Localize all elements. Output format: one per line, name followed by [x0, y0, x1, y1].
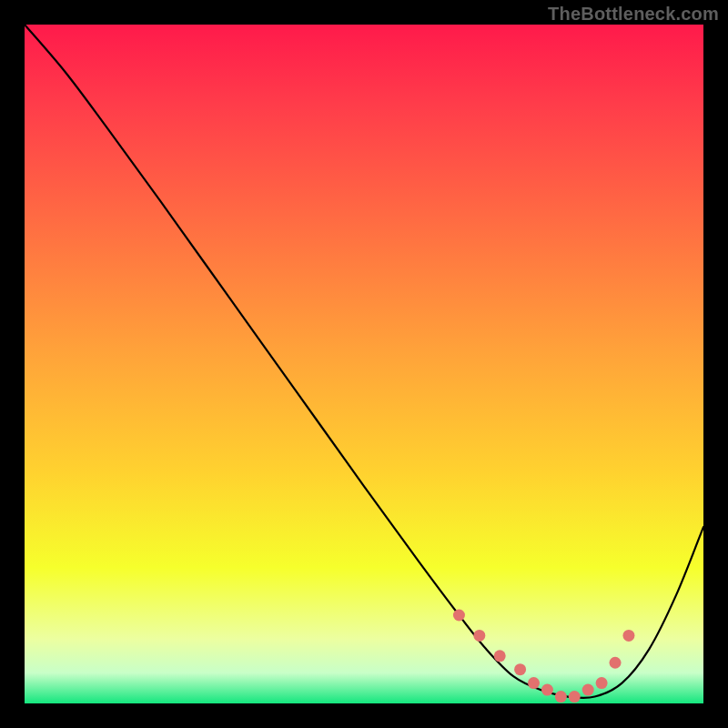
bottleneck-chart [0, 0, 728, 728]
highlight-dot [622, 630, 634, 642]
highlight-dot [453, 610, 465, 622]
highlight-dot [582, 684, 594, 696]
highlight-dot [555, 691, 567, 703]
highlight-dot [494, 650, 506, 662]
watermark: TheBottleneck.com [548, 4, 719, 25]
highlight-dot [596, 677, 608, 689]
highlight-dot [569, 691, 581, 703]
plot-background [25, 25, 703, 703]
highlight-dot [528, 677, 540, 689]
highlight-dot [514, 663, 526, 675]
highlight-dot [610, 657, 622, 669]
highlight-dot [473, 630, 485, 642]
highlight-dot [541, 684, 553, 696]
chart-stage: { "watermark": "TheBottleneck.com", "plo… [0, 0, 728, 728]
